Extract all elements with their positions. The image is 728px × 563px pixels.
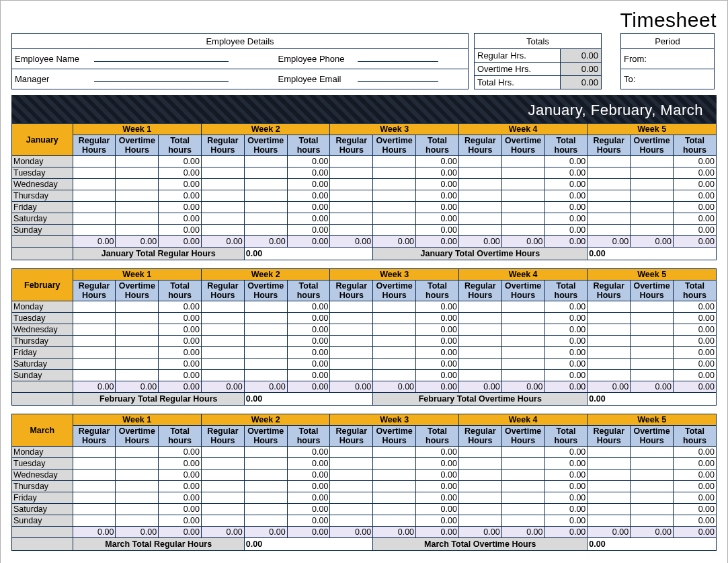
cell-overtime[interactable] <box>244 225 287 236</box>
cell-overtime[interactable] <box>631 179 674 190</box>
cell-overtime[interactable] <box>373 370 416 381</box>
cell-overtime[interactable] <box>501 481 544 492</box>
cell-regular[interactable] <box>202 336 245 347</box>
cell-regular[interactable] <box>458 470 501 481</box>
cell-regular[interactable] <box>73 458 116 470</box>
cell-overtime[interactable] <box>116 179 159 190</box>
cell-regular[interactable] <box>330 324 373 336</box>
cell-overtime[interactable] <box>501 301 544 313</box>
cell-overtime[interactable] <box>244 447 287 458</box>
cell-overtime[interactable] <box>631 504 674 515</box>
cell-regular[interactable] <box>458 458 501 470</box>
cell-overtime[interactable] <box>116 492 159 504</box>
cell-regular[interactable] <box>330 347 373 359</box>
cell-overtime[interactable] <box>116 515 159 527</box>
cell-regular[interactable] <box>330 190 373 202</box>
cell-overtime[interactable] <box>501 515 544 527</box>
cell-overtime[interactable] <box>373 190 416 202</box>
cell-regular[interactable] <box>458 447 501 458</box>
cell-regular[interactable] <box>73 202 116 213</box>
input-employee-phone[interactable] <box>358 61 438 62</box>
cell-regular[interactable] <box>330 225 373 236</box>
cell-overtime[interactable] <box>116 156 159 167</box>
cell-regular[interactable] <box>73 347 116 359</box>
cell-overtime[interactable] <box>631 492 674 504</box>
cell-regular[interactable] <box>588 515 631 527</box>
cell-regular[interactable] <box>73 492 116 504</box>
cell-regular[interactable] <box>330 481 373 492</box>
cell-overtime[interactable] <box>116 370 159 381</box>
input-employee-name[interactable] <box>94 61 229 62</box>
cell-overtime[interactable] <box>373 313 416 324</box>
cell-regular[interactable] <box>73 324 116 336</box>
cell-regular[interactable] <box>330 359 373 370</box>
cell-overtime[interactable] <box>244 190 287 202</box>
cell-regular[interactable] <box>458 167 501 179</box>
cell-regular[interactable] <box>458 156 501 167</box>
cell-overtime[interactable] <box>631 225 674 236</box>
cell-regular[interactable] <box>73 225 116 236</box>
cell-overtime[interactable] <box>373 179 416 190</box>
cell-regular[interactable] <box>73 213 116 225</box>
cell-overtime[interactable] <box>244 504 287 515</box>
cell-overtime[interactable] <box>373 515 416 527</box>
cell-overtime[interactable] <box>501 458 544 470</box>
cell-overtime[interactable] <box>244 167 287 179</box>
cell-regular[interactable] <box>458 515 501 527</box>
cell-overtime[interactable] <box>631 447 674 458</box>
cell-regular[interactable] <box>588 492 631 504</box>
cell-overtime[interactable] <box>373 504 416 515</box>
cell-overtime[interactable] <box>631 370 674 381</box>
cell-overtime[interactable] <box>116 359 159 370</box>
cell-overtime[interactable] <box>631 324 674 336</box>
cell-regular[interactable] <box>202 324 245 336</box>
cell-overtime[interactable] <box>631 202 674 213</box>
cell-overtime[interactable] <box>501 213 544 225</box>
cell-regular[interactable] <box>202 225 245 236</box>
cell-regular[interactable] <box>458 492 501 504</box>
cell-overtime[interactable] <box>501 324 544 336</box>
cell-regular[interactable] <box>73 313 116 324</box>
cell-overtime[interactable] <box>244 336 287 347</box>
cell-overtime[interactable] <box>373 225 416 236</box>
cell-overtime[interactable] <box>116 167 159 179</box>
cell-regular[interactable] <box>330 515 373 527</box>
cell-overtime[interactable] <box>501 370 544 381</box>
cell-regular[interactable] <box>202 301 245 313</box>
cell-overtime[interactable] <box>244 370 287 381</box>
cell-regular[interactable] <box>73 301 116 313</box>
input-employee-email[interactable] <box>358 81 438 82</box>
cell-overtime[interactable] <box>501 359 544 370</box>
cell-regular[interactable] <box>588 179 631 190</box>
cell-regular[interactable] <box>588 167 631 179</box>
cell-overtime[interactable] <box>631 167 674 179</box>
cell-regular[interactable] <box>202 190 245 202</box>
cell-overtime[interactable] <box>501 504 544 515</box>
cell-regular[interactable] <box>73 336 116 347</box>
cell-overtime[interactable] <box>373 458 416 470</box>
cell-regular[interactable] <box>458 504 501 515</box>
cell-overtime[interactable] <box>373 359 416 370</box>
input-period-from[interactable] <box>653 49 715 69</box>
cell-overtime[interactable] <box>244 458 287 470</box>
cell-regular[interactable] <box>73 481 116 492</box>
cell-overtime[interactable] <box>116 225 159 236</box>
cell-regular[interactable] <box>330 179 373 190</box>
cell-overtime[interactable] <box>373 213 416 225</box>
cell-overtime[interactable] <box>116 481 159 492</box>
cell-regular[interactable] <box>202 492 245 504</box>
cell-overtime[interactable] <box>501 190 544 202</box>
cell-overtime[interactable] <box>116 504 159 515</box>
cell-overtime[interactable] <box>631 359 674 370</box>
cell-overtime[interactable] <box>631 336 674 347</box>
cell-overtime[interactable] <box>116 190 159 202</box>
cell-overtime[interactable] <box>116 213 159 225</box>
cell-overtime[interactable] <box>501 167 544 179</box>
cell-overtime[interactable] <box>244 515 287 527</box>
cell-overtime[interactable] <box>373 336 416 347</box>
cell-regular[interactable] <box>588 213 631 225</box>
cell-overtime[interactable] <box>373 301 416 313</box>
cell-overtime[interactable] <box>501 347 544 359</box>
cell-regular[interactable] <box>330 504 373 515</box>
cell-regular[interactable] <box>588 447 631 458</box>
